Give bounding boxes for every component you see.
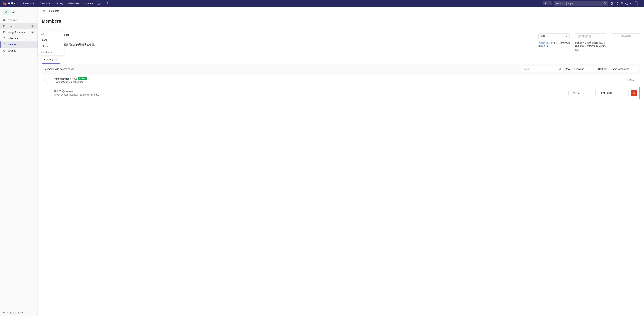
breadcrumb-sep: › [47, 10, 48, 12]
expiry-column: 到此日期，该成员将自动失去对此群组及其所有项目的访问权限。 [575, 34, 607, 52]
chart-icon [98, 2, 101, 5]
sidebar-item-label: Issues [8, 25, 29, 28]
role-help-link[interactable]: 点击这里 [538, 41, 548, 44]
member-controls: 所有者 [627, 78, 637, 82]
nav-projects-label: Projects [23, 2, 32, 5]
invite-to-label: o uat [64, 34, 534, 36]
sidebar-item-kubernetes[interactable]: Kubernetes [0, 35, 38, 42]
new-menu-button[interactable] [543, 1, 552, 6]
chevron-down-icon [633, 68, 635, 70]
breadcrumb: uat › Members [42, 7, 640, 15]
main-content: uat › Members Members o uat 者使用他们的邮箱地址邀请… [38, 7, 644, 316]
nav-milestones-label: Milestones [68, 2, 79, 5]
wrench-icon [106, 2, 109, 5]
chevron-down-icon [629, 2, 632, 5]
submenu-list[interactable]: List [38, 31, 64, 37]
submenu-board[interactable]: Board [38, 37, 64, 43]
search-input[interactable] [556, 2, 604, 5]
filter-prefix: Members with access to [44, 68, 70, 70]
sidebar-item-label: Members [8, 43, 35, 46]
sidebar-project-header[interactable]: U uat [0, 7, 38, 17]
nav-groups[interactable]: Groups [38, 0, 52, 7]
sidebar-item-merge-requests[interactable]: Merge Requests 0 [0, 29, 38, 35]
help-menu[interactable] [625, 2, 632, 5]
brand-name[interactable]: GitLab [8, 2, 17, 5]
nav-activity[interactable]: Activity [54, 0, 65, 7]
submenu-labels[interactable]: Labels [38, 43, 64, 49]
global-search[interactable] [554, 1, 608, 6]
member-expiry-input[interactable]: ✕ [598, 90, 628, 96]
add-column: 添加到群组 [611, 34, 640, 39]
gear-icon [3, 49, 6, 52]
nav-snippets[interactable]: Snippets [82, 0, 95, 7]
role-select-value: 访客 [540, 35, 545, 38]
nav-snippets-label: Snippets [84, 2, 93, 5]
nav-admin[interactable] [104, 0, 110, 7]
members-search-input[interactable] [521, 66, 557, 72]
member-avatar[interactable] [45, 90, 52, 96]
kubernetes-icon [3, 37, 6, 40]
sidebar-item-label: Settings [8, 49, 35, 52]
two-fa-select[interactable]: Everyone [572, 66, 596, 72]
question-icon [625, 2, 628, 5]
member-expiry-field[interactable] [600, 92, 630, 94]
nav-milestones[interactable]: Milestones [66, 0, 81, 7]
issues-submenu: List Board Labels Milestones [38, 31, 64, 55]
chevron-down-icon [591, 92, 594, 94]
search-icon [559, 68, 562, 70]
member-name[interactable]: Administrator [54, 77, 69, 80]
breadcrumb-root[interactable]: uat [42, 10, 45, 12]
invite-left: o uat 者使用他们的邮箱地址邀请。 [42, 34, 534, 46]
sort-label: Sort by [598, 68, 606, 70]
trash-icon [632, 92, 635, 94]
merge-request-icon[interactable] [615, 2, 618, 5]
nav-activity-label: Activity [56, 2, 63, 5]
sidebar-item-overview[interactable]: Overview [0, 17, 38, 23]
layout: U uat Overview Issues 0 Merge Requests 0… [0, 7, 644, 316]
nav-projects[interactable]: Projects [21, 0, 37, 7]
plus-icon [544, 2, 547, 5]
member-avatar[interactable] [44, 77, 51, 84]
two-fa-value: Everyone [574, 68, 584, 70]
member-name[interactable]: 喜羊羊 [54, 90, 61, 93]
chevron-down-icon [638, 2, 641, 5]
user-menu[interactable] [634, 1, 641, 6]
sidebar-item-members[interactable]: Members [0, 42, 38, 48]
collapse-sidebar-button[interactable]: Collapse sidebar [0, 309, 38, 316]
top-nav: GitLab Projects Groups Activity Mileston… [0, 0, 644, 7]
nav-analytics[interactable] [96, 0, 103, 7]
gitlab-logo-icon[interactable] [3, 1, 7, 6]
member-role-select[interactable]: 开发人员 [568, 90, 596, 96]
merge-request-icon [3, 31, 6, 34]
members-list: Administrator @root It's you Given acces… [42, 74, 640, 99]
issues-icon[interactable] [610, 2, 613, 5]
sidebar-item-label: Overview [8, 19, 35, 22]
member-meta: Given access 6 minutes ago [54, 81, 625, 83]
expiry-input[interactable] [576, 35, 604, 38]
project-name: uat [11, 11, 15, 14]
project-avatar: U [3, 9, 9, 15]
members-search[interactable] [520, 66, 563, 72]
sidebar-item-issues[interactable]: Issues 0 [0, 23, 38, 29]
chevron-down-icon [565, 35, 568, 38]
submenu-milestones[interactable]: Milestones [38, 49, 64, 55]
collapse-label: Collapse sidebar [7, 311, 25, 314]
member-info: 喜羊羊 @ceshi02 Given access just now · Exp… [54, 90, 566, 96]
nav-groups-label: Groups [40, 2, 48, 5]
chevron-down-icon [48, 2, 51, 5]
remove-member-button[interactable] [631, 90, 637, 96]
tab-existing[interactable]: Existing 2 [42, 56, 60, 64]
mr-count-badge: 0 [31, 31, 35, 34]
members-search-button[interactable] [557, 66, 563, 72]
users-icon [3, 43, 6, 46]
role-select[interactable]: 访客 [538, 34, 570, 39]
expiry-input-wrapper[interactable] [575, 34, 606, 39]
add-to-group-button[interactable]: 添加到群组 [611, 34, 640, 39]
todos-icon[interactable] [620, 2, 623, 5]
search-icon[interactable] [604, 2, 606, 5]
sort-select[interactable]: Name, ascending [609, 66, 637, 72]
two-fa-label: 2FA [566, 68, 570, 70]
invite-to-name: uat [66, 34, 69, 36]
owner-badge: 所有者 [627, 78, 637, 82]
sidebar-item-settings[interactable]: Settings [0, 48, 38, 54]
